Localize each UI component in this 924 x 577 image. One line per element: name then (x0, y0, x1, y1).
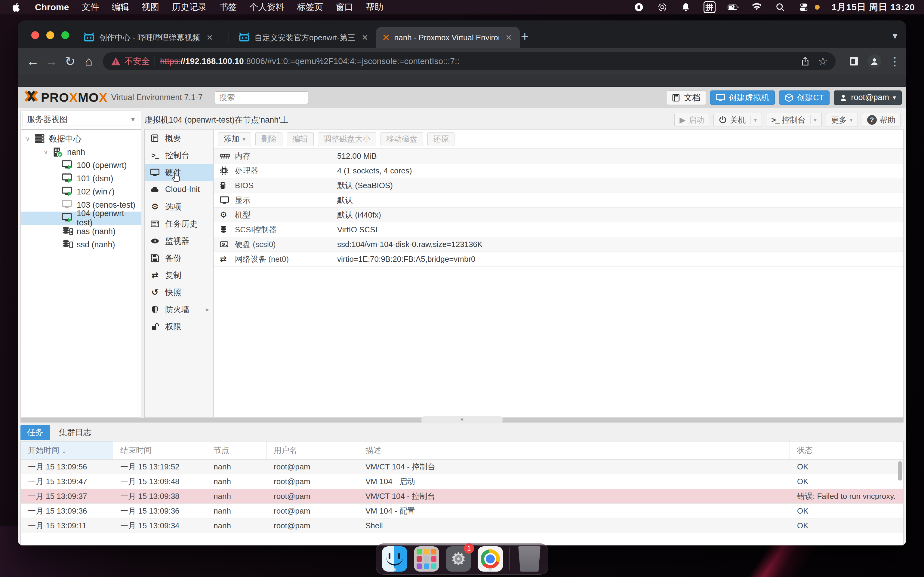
hw-row-cpu[interactable]: 处理器 4 (1 sockets, 4 cores) (214, 163, 903, 178)
menubar-clock[interactable]: 1月15日 周日 13:20 (832, 1, 915, 13)
remove-button[interactable]: 删除 (255, 132, 283, 146)
splitter-handle[interactable]: ▾ (422, 416, 502, 424)
shutdown-button[interactable]: 关机 ▾ (714, 113, 762, 127)
minimize-window-button[interactable] (46, 31, 54, 39)
col-node[interactable]: 节点 (206, 442, 267, 459)
close-tab-icon[interactable]: ✕ (360, 33, 370, 42)
chevron-down-icon[interactable]: ▾ (814, 116, 817, 124)
menu-permissions[interactable]: 权限 (145, 318, 213, 335)
col-status[interactable]: 状态 (790, 442, 903, 459)
tree-item-node-nanh[interactable]: ∨ nanh (21, 145, 141, 159)
insecure-label[interactable]: 不安全 (124, 56, 150, 67)
search-input[interactable] (215, 91, 308, 104)
add-button[interactable]: 添加 ▾ (218, 132, 251, 146)
col-end-time[interactable]: 结束时间 (113, 442, 206, 459)
tab-tasks[interactable]: 任务 (21, 425, 50, 440)
tab-openwrt-article[interactable]: 自定义安装官方openwrt-第三方 ✕ (232, 27, 376, 48)
reload-button[interactable]: ↻ (61, 54, 79, 69)
screen-capture-icon[interactable] (657, 2, 668, 12)
resize-disk-button[interactable]: 调整磁盘大小 (318, 132, 376, 146)
tab-bilibili-creator[interactable]: 创作中心 - 哔哩哔哩弹幕视频网 ✕ (77, 27, 221, 48)
forward-button[interactable]: → (42, 54, 61, 69)
menu-view[interactable]: 视图 (142, 1, 159, 13)
menu-console[interactable]: >_ 控制台 (145, 147, 213, 164)
more-button[interactable]: 更多 ▾ (826, 113, 858, 127)
notification-bell-icon[interactable] (680, 2, 691, 12)
hw-row-scsi-controller[interactable]: SCSI控制器 VirtIO SCSI (214, 222, 903, 237)
task-row[interactable]: 一月 15 13:09:11一月 15 13:09:34nanhroot@pam… (21, 518, 903, 533)
address-bar[interactable]: 不安全 https: //192.168.100.10 :8006/#v1:0:… (103, 52, 835, 70)
tree-item-datacenter[interactable]: ∨ 数据中心 (21, 132, 141, 145)
close-tab-icon[interactable]: ✕ (504, 33, 514, 42)
menu-edit[interactable]: 编辑 (111, 1, 129, 13)
hw-row-network[interactable]: ⇄ 网络设备 (net0) virtio=1E:70:9B:20:FB:A5,b… (214, 252, 903, 267)
spotlight-search-icon[interactable] (774, 2, 786, 12)
menu-history[interactable]: 历史记录 (172, 1, 207, 13)
task-row-error[interactable]: 一月 15 13:09:37一月 15 13:09:38nanhroot@pam… (21, 489, 903, 504)
back-button[interactable]: ← (23, 54, 42, 69)
docs-button[interactable]: 文档 (666, 90, 706, 105)
tree-item-vm-101[interactable]: 101 (dsm) (21, 172, 141, 185)
side-panel-icon[interactable] (848, 56, 859, 67)
fullscreen-window-button[interactable] (61, 31, 69, 39)
menu-task-history[interactable]: 任务历史 (145, 215, 213, 232)
hw-row-machine[interactable]: ⚙ 机型 默认 (i440fx) (214, 208, 903, 222)
home-button[interactable]: ⌂ (79, 54, 98, 69)
menu-monitor[interactable]: 监视器 (145, 232, 213, 250)
menu-replication[interactable]: ⇄ 复制 (145, 267, 213, 284)
menu-help[interactable]: 帮助 (366, 1, 383, 13)
menu-tabs[interactable]: 标签页 (297, 1, 323, 13)
dock-chrome-icon[interactable] (478, 546, 503, 572)
grid-scrollbar[interactable] (898, 461, 902, 542)
hw-row-display[interactable]: 显示 默认 (214, 193, 903, 208)
expand-right-icon[interactable]: ▸ (206, 306, 209, 313)
menu-file[interactable]: 文件 (81, 1, 99, 13)
tree-item-vm-104-selected[interactable]: 104 (openwrt-test) (21, 211, 141, 225)
help-button[interactable]: ? 帮助 (862, 113, 901, 127)
create-ct-button[interactable]: 创建CT (779, 90, 830, 105)
menu-summary[interactable]: 概要 (145, 129, 213, 147)
menu-backup[interactable]: 备份 (145, 250, 213, 267)
menu-cloud-init[interactable]: Cloud-Init (145, 181, 213, 198)
menu-firewall[interactable]: 防火墙 ▸ (145, 301, 213, 318)
tree-item-vm-102[interactable]: 102 (win7) (21, 185, 141, 198)
task-row[interactable]: 一月 15 13:09:36一月 15 13:09:36nanhroot@pam… (21, 504, 903, 518)
create-vm-button[interactable]: 创建虚拟机 (710, 90, 775, 105)
hw-row-memory[interactable]: 内存 512.00 MiB (214, 149, 903, 163)
dock-finder-icon[interactable] (382, 546, 407, 572)
console-button[interactable]: >_ 控制台 ▾ (766, 113, 822, 127)
menu-options[interactable]: ⚙ 选项 (145, 198, 213, 215)
wifi-icon[interactable] (751, 2, 762, 12)
close-window-button[interactable] (31, 31, 39, 39)
view-selector[interactable]: 服务器视图 ▾ (23, 113, 139, 126)
task-row[interactable]: 一月 15 13:09:56一月 15 13:19:52nanhroot@pam… (21, 459, 903, 474)
chrome-menu-icon[interactable]: ⋮ (889, 55, 901, 68)
task-row[interactable]: 一月 15 13:09:47一月 15 13:09:48nanhroot@pam… (21, 474, 903, 489)
tree-item-storage-ssd[interactable]: ssd (nanh) (21, 238, 141, 251)
revert-button[interactable]: 还原 (427, 132, 454, 146)
profile-avatar[interactable] (867, 55, 881, 68)
menu-snapshots[interactable]: ↺ 快照 (145, 284, 213, 301)
dock-trash-icon[interactable] (517, 546, 542, 572)
col-username[interactable]: 用户名 (267, 442, 358, 459)
tab-search-icon[interactable]: ▾ (892, 29, 898, 42)
menu-bookmarks[interactable]: 书签 (219, 1, 237, 13)
input-source-icon[interactable]: 拼 (704, 1, 716, 13)
tree-item-vm-100[interactable]: 100 (openwrt) (21, 159, 141, 172)
hw-row-hard-disk[interactable]: 硬盘 (scsi0) ssd:104/vm-104-disk-0.raw,siz… (214, 237, 903, 252)
dock-launchpad-icon[interactable] (414, 546, 439, 572)
close-tab-icon[interactable]: ✕ (205, 33, 215, 42)
panel-splitter[interactable]: ▾ (21, 418, 903, 422)
twisty-icon[interactable]: ∨ (24, 135, 31, 142)
start-button[interactable]: ▶ 启动 (674, 113, 709, 127)
menu-profiles[interactable]: 个人资料 (249, 1, 284, 13)
battery-icon[interactable] (728, 2, 739, 12)
tab-cluster-log[interactable]: 集群日志 (52, 425, 98, 440)
record-icon[interactable] (633, 2, 645, 12)
col-description[interactable]: 描述 (358, 442, 790, 459)
user-menu-button[interactable]: root@pam ▾ (834, 90, 902, 105)
menubar-app-name[interactable]: Chrome (35, 2, 69, 12)
scrollbar-thumb[interactable] (898, 461, 902, 480)
menu-window[interactable]: 窗口 (336, 1, 353, 13)
hw-row-bios[interactable]: BIOS 默认 (SeaBIOS) (214, 178, 903, 193)
